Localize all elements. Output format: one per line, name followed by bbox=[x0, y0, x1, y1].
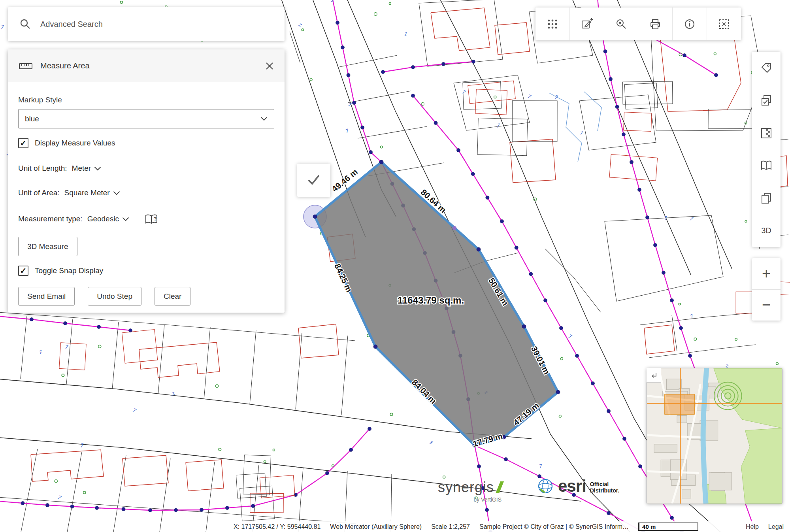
copy-pages-button[interactable] bbox=[752, 182, 781, 214]
overview-toggle-button[interactable] bbox=[647, 368, 661, 383]
view-3d-button[interactable]: 3D bbox=[752, 215, 781, 247]
info-button[interactable] bbox=[672, 8, 707, 40]
confirm-measurement-button[interactable] bbox=[297, 164, 330, 197]
send-email-button[interactable]: Send Email bbox=[18, 287, 75, 306]
zoom-in-button[interactable]: + bbox=[752, 258, 781, 289]
zoom-controls: + − bbox=[752, 258, 781, 321]
corner-arrow-icon bbox=[649, 370, 658, 380]
view-3d-label: 3D bbox=[761, 226, 771, 235]
advanced-search-bar[interactable]: Advanced Search bbox=[8, 7, 285, 41]
svg-text:z: z bbox=[298, 21, 303, 28]
tag-labels-button[interactable] bbox=[752, 52, 781, 84]
synergis-logo: synergis by VertiGIS bbox=[438, 479, 502, 503]
chevron-down-icon bbox=[94, 166, 101, 171]
copy-pages-icon bbox=[760, 192, 773, 204]
edit-markup-icon bbox=[581, 18, 593, 30]
svg-text:7: 7 bbox=[663, 215, 668, 222]
measurement-type-value: Geodesic bbox=[87, 215, 119, 223]
unit-of-length-label: Unit of Length: bbox=[18, 164, 67, 173]
svg-text:7: 7 bbox=[496, 123, 500, 129]
edit-markup-button[interactable] bbox=[569, 8, 604, 40]
right-toolbar: 3D bbox=[752, 52, 781, 247]
measure-area-panel: Measure Area Markup Style blue ✓ Display… bbox=[8, 49, 285, 313]
scale-bar: 40 m bbox=[638, 523, 698, 531]
svg-text:7: 7 bbox=[461, 89, 467, 96]
undo-step-button[interactable]: Undo Step bbox=[88, 287, 141, 306]
vertex-dot bbox=[522, 324, 526, 328]
projection-label: Web Mercator (Auxiliary Sphere) bbox=[330, 523, 422, 530]
attribution-text: Sample Project © City of Graz | © SynerG… bbox=[479, 523, 629, 530]
display-measure-values-checkbox[interactable]: ✓ bbox=[18, 138, 28, 148]
measure-3d-button[interactable]: 3D Measure bbox=[18, 237, 77, 256]
svg-text:z: z bbox=[403, 30, 408, 37]
esri-subtitle-line2: Distributor. bbox=[590, 487, 620, 494]
unit-of-length-select[interactable]: Meter bbox=[72, 164, 102, 173]
cursor-coordinates: X: 1717505.42 / Y: 5954440.81 bbox=[234, 523, 321, 530]
display-measure-values-label: Display Measure Values bbox=[35, 139, 115, 147]
help-book-icon[interactable]: ? bbox=[144, 213, 158, 225]
zoom-search-icon bbox=[615, 18, 628, 30]
overview-map[interactable] bbox=[647, 368, 782, 504]
status-bar: X: 1717505.42 / Y: 5954440.81 Web Mercat… bbox=[227, 521, 790, 532]
vertex-dot bbox=[556, 390, 560, 394]
checkbox-check-icon: ✓ bbox=[20, 139, 27, 147]
chevron-down-icon bbox=[113, 191, 120, 195]
select-region-icon bbox=[718, 18, 730, 30]
vertex-dot bbox=[379, 160, 383, 164]
area-measure-label: 11643.79 sq.m. bbox=[398, 295, 464, 306]
svg-text:z: z bbox=[38, 348, 43, 355]
measurement-type-label: Measurement type: bbox=[18, 215, 83, 223]
markup-style-label: Markup Style bbox=[18, 96, 274, 104]
apps-grid-icon bbox=[546, 18, 559, 30]
svg-text:7: 7 bbox=[344, 128, 350, 135]
print-icon bbox=[649, 18, 662, 30]
layers-select-button[interactable] bbox=[752, 84, 781, 117]
print-button[interactable] bbox=[638, 8, 672, 40]
checkbox-check-icon: ✓ bbox=[20, 267, 27, 275]
tag-icon bbox=[760, 62, 773, 74]
check-icon bbox=[304, 170, 324, 191]
vertex-dot bbox=[373, 345, 377, 349]
info-icon bbox=[683, 18, 696, 30]
unit-of-area-label: Unit of Area: bbox=[18, 189, 60, 197]
measurement-layer: 49.46 m 80.64 m 50.61 m 39.01 m 47.19 m … bbox=[304, 160, 560, 448]
overview-map-canvas bbox=[647, 368, 782, 504]
svg-text:z: z bbox=[331, 0, 335, 3]
clear-button[interactable]: Clear bbox=[155, 287, 190, 306]
esri-logo: esri Official Distributor. bbox=[537, 477, 619, 496]
svg-text:?: ? bbox=[154, 216, 156, 222]
svg-text:7: 7 bbox=[538, 463, 543, 470]
open-book-icon bbox=[760, 159, 773, 172]
apps-grid-button[interactable] bbox=[535, 8, 569, 40]
legal-link[interactable]: Legal bbox=[768, 523, 784, 530]
help-link[interactable]: Help bbox=[746, 523, 759, 530]
esri-globe-icon bbox=[537, 477, 554, 495]
svg-text:z: z bbox=[429, 439, 434, 445]
select-region-button[interactable] bbox=[707, 8, 741, 40]
svg-text:7: 7 bbox=[131, 407, 137, 414]
unit-of-length-value: Meter bbox=[72, 164, 91, 173]
layers-check-icon bbox=[760, 94, 773, 107]
esri-subtitle-line1: Official bbox=[590, 481, 620, 487]
chevron-down-icon bbox=[122, 217, 129, 221]
svg-text:7: 7 bbox=[0, 24, 4, 30]
close-icon bbox=[265, 61, 274, 71]
synergis-byline: by VertiGIS bbox=[438, 496, 502, 503]
panel-title: Measure Area bbox=[40, 61, 90, 70]
top-toolbar bbox=[535, 8, 741, 40]
toggle-snap-checkbox[interactable]: ✓ bbox=[18, 266, 28, 276]
synergis-wordmark: synergis bbox=[438, 479, 494, 496]
markup-style-select[interactable]: blue bbox=[18, 109, 274, 128]
unit-of-area-select[interactable]: Square Meter bbox=[64, 189, 120, 197]
measure-panel-header: Measure Area bbox=[8, 49, 285, 82]
mid-vertex-dot bbox=[453, 226, 456, 230]
chevron-down-icon bbox=[260, 117, 268, 121]
legend-book-button[interactable] bbox=[752, 149, 781, 182]
zoom-search-button[interactable] bbox=[604, 8, 638, 40]
zoom-out-button[interactable]: − bbox=[752, 289, 781, 321]
close-panel-button[interactable] bbox=[263, 60, 276, 72]
svg-text:7: 7 bbox=[64, 344, 69, 350]
advanced-search-label: Advanced Search bbox=[40, 20, 103, 29]
measurement-type-select[interactable]: Geodesic bbox=[87, 215, 129, 223]
ruler-icon bbox=[18, 60, 33, 72]
